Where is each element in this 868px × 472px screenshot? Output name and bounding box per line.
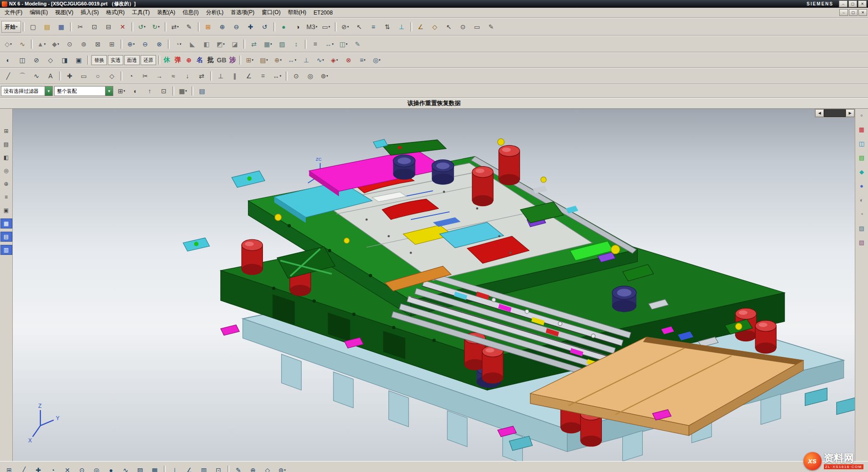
face-translucent-button[interactable]: 面透 — [124, 55, 140, 65]
snap-point-options-icon[interactable]: ⊞▾ — [115, 85, 128, 97]
wcs-dynamics-icon[interactable]: ⊥ — [395, 21, 409, 33]
sync-modeling-icon[interactable]: ◫▾ — [337, 38, 350, 50]
menu-file[interactable]: 文件(F) — [1, 8, 26, 17]
menu-preferences[interactable]: 首选项(P) — [227, 8, 258, 17]
menu-format[interactable]: 格式(R) — [102, 8, 128, 17]
macro-center-button[interactable]: ⊕ — [184, 55, 194, 65]
arc-center-icon[interactable]: ⊚▾ — [318, 70, 331, 82]
render-style-icon[interactable]: ◑ — [291, 21, 305, 33]
snap-midpoint-icon[interactable]: ✚ — [31, 464, 45, 472]
inside-selection-icon[interactable]: ⊡ — [157, 85, 171, 97]
dock-blue-panel-3[interactable]: ▥ — [0, 245, 12, 255]
move-object-icon[interactable]: ↖ — [353, 21, 366, 33]
snap-bounded-grid-icon[interactable]: ▦ — [148, 464, 161, 472]
reuse-library-icon[interactable]: ◆ — [856, 167, 868, 177]
redo-icon[interactable]: ↻▾ — [149, 21, 163, 33]
hide-icon[interactable]: ⊘ — [30, 54, 43, 66]
constraint-parallel-icon[interactable]: ∥ — [228, 70, 242, 82]
circle-center-icon[interactable]: ⊙ — [289, 70, 303, 82]
extend-curve-icon[interactable]: → — [152, 70, 166, 82]
polygon-icon[interactable]: ◇ — [105, 70, 119, 82]
menu-et2008[interactable]: ET2008 — [310, 8, 336, 17]
offset-surface-icon[interactable]: ▨ — [275, 38, 289, 50]
subtract-icon[interactable]: ⊖ — [138, 38, 152, 50]
chevron-down-icon[interactable]: ▼ — [105, 86, 113, 96]
constraint-navigator-icon[interactable]: ◫ — [856, 138, 868, 148]
snap-point-on-curve-icon[interactable]: ∿ — [119, 464, 132, 472]
sequence-icon[interactable]: ≡▾ — [356, 54, 369, 66]
fillet-curve-icon[interactable]: ◔ — [124, 70, 138, 82]
macro-gb-button[interactable]: GB — [217, 55, 227, 65]
menu-insert[interactable]: 插入(S) — [77, 8, 102, 17]
pad-icon[interactable]: ⊞ — [105, 38, 119, 50]
zoom-in-out-icon[interactable]: ⊖ — [230, 21, 243, 33]
save-layer-icon[interactable]: ▥ — [197, 464, 211, 472]
menu-view[interactable]: 视图(V) — [51, 8, 77, 17]
move-face-icon[interactable]: ↔▾ — [323, 38, 336, 50]
grid-snap-icon[interactable]: ▦▾ — [176, 85, 190, 97]
new-part-icon[interactable]: ▢ — [26, 21, 40, 33]
chevron-down-icon[interactable]: ▼ — [45, 86, 52, 96]
open-icon[interactable]: ▤ — [40, 21, 54, 33]
grid-display-icon[interactable]: ⊡ — [212, 464, 225, 472]
translucency-icon[interactable]: ◨ — [58, 54, 71, 66]
offset-curve-icon[interactable]: ≈ — [167, 70, 180, 82]
expression-icon[interactable]: = — [308, 38, 322, 50]
restore-display-button[interactable]: 还原 — [141, 55, 156, 65]
ruler-icon[interactable]: ▭ — [470, 21, 484, 33]
explorer-icon[interactable]: ◐ — [856, 195, 868, 205]
pan-icon[interactable]: ✚ — [244, 21, 257, 33]
scale-body-icon[interactable]: ↕ — [289, 38, 303, 50]
materials-icon[interactable]: ▨ — [856, 223, 868, 233]
delete-icon[interactable]: ✕ — [116, 21, 130, 33]
open-component-icon[interactable]: ▤▾ — [257, 54, 271, 66]
roles-icon[interactable]: ▧ — [856, 237, 868, 247]
menu-edit[interactable]: 编辑(E) — [26, 8, 51, 17]
menu-assemblies[interactable]: 装配(A) — [153, 8, 179, 17]
constraint-equal-icon[interactable]: = — [256, 70, 270, 82]
start-menu-button[interactable]: 开始▾ — [1, 21, 21, 33]
point-icon[interactable]: ✚ — [63, 70, 76, 82]
close-button[interactable]: ✕ — [858, 0, 867, 7]
assembly-constraints-icon[interactable]: ⊥ — [299, 54, 313, 66]
add-component-icon[interactable]: ⊕▾ — [271, 54, 285, 66]
rotate-view-icon[interactable]: ↺ — [258, 21, 272, 33]
graphics-viewport[interactable]: ZC — [13, 109, 855, 461]
revolve-icon[interactable]: ◆▾ — [49, 38, 62, 50]
scroll-left-button[interactable]: ◀ — [815, 109, 824, 117]
hd3d-tools-icon[interactable]: ● — [856, 181, 868, 191]
scroll-thumb[interactable] — [824, 109, 846, 117]
dock-target-icon[interactable]: ◎ — [0, 166, 12, 176]
trim-curve-icon[interactable]: ✂ — [138, 70, 152, 82]
measure-distance-icon[interactable]: ∠ — [414, 21, 428, 33]
maximize-button[interactable]: ▢ — [848, 0, 857, 7]
info-note-icon[interactable]: ✎ — [484, 21, 498, 33]
arc-icon[interactable]: ⌒ — [15, 70, 29, 82]
object-display-icon[interactable]: ◐ — [1, 54, 15, 66]
shaded-globe-icon[interactable]: ● — [277, 21, 291, 33]
constraint-tangent-icon[interactable]: ∠ — [242, 70, 256, 82]
measure-body-icon[interactable]: ◇ — [428, 21, 442, 33]
snap-enable-icon[interactable]: ⊞ — [2, 464, 16, 472]
dock-list-icon[interactable]: ≡ — [0, 192, 12, 202]
pocket-icon[interactable]: ⊠ — [91, 38, 105, 50]
resource-corner-box[interactable]: ▫ — [856, 110, 868, 120]
menu-tools[interactable]: 工具(T) — [128, 8, 153, 17]
viewport-top-scrollbar[interactable]: ◀ ▶ — [815, 109, 855, 117]
mirror-curve-icon[interactable]: ⇄ — [195, 70, 208, 82]
snap-existing-point-icon[interactable]: ● — [104, 464, 118, 472]
replace-refset-button[interactable]: 替换 — [91, 55, 107, 65]
select-highlight-icon[interactable]: ◐ — [129, 85, 142, 97]
mirror-feature-icon[interactable]: ⇄ — [247, 38, 261, 50]
dock-filter-icon[interactable]: ◧ — [0, 152, 12, 162]
snap-control-point-icon[interactable]: ◔ — [46, 464, 60, 472]
angle-snap-icon[interactable]: ∠ — [182, 464, 196, 472]
edit-background-icon[interactable]: ▣ — [72, 54, 86, 66]
line-icon[interactable]: ╱ — [1, 70, 15, 82]
blend-icon[interactable]: ◔▾ — [172, 38, 185, 50]
part-navigator-icon[interactable]: ▤ — [856, 152, 868, 162]
annotation-icon[interactable]: ✎ — [232, 464, 245, 472]
solid-translucent-button[interactable]: 实透 — [108, 55, 123, 65]
snap-arc-center-icon[interactable]: ⊙ — [75, 464, 89, 472]
repeat-command-icon[interactable]: ⇄▾ — [168, 21, 182, 33]
